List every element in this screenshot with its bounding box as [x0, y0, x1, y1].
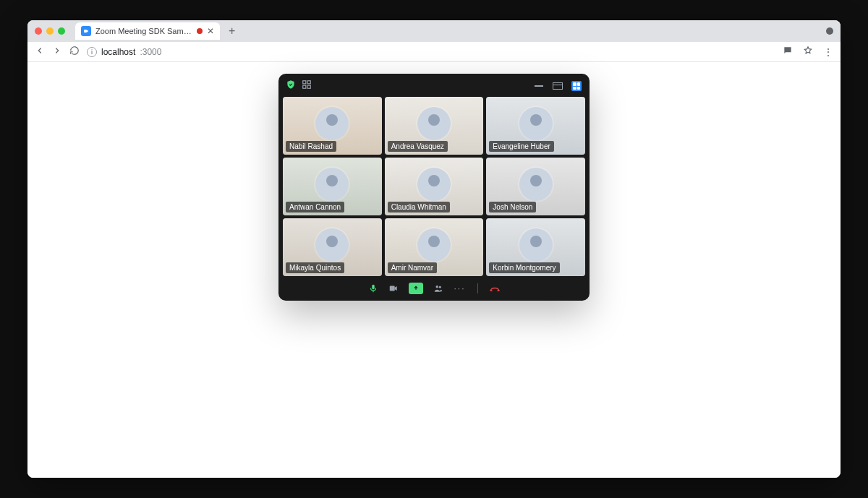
participant-tile[interactable]: Nabil Rashad [283, 97, 382, 155]
meeting-controls: ··· [283, 279, 585, 296]
svg-rect-6 [390, 286, 395, 291]
address-bar[interactable]: i localhost:3000 [87, 47, 161, 57]
participant-tile[interactable]: Josh Nelson [486, 158, 585, 215]
participant-tile-active-speaker[interactable]: Claudia Whitman [385, 158, 484, 215]
start-video-button[interactable] [388, 283, 399, 293]
participants-grid: Nabil Rashad Andrea Vasquez Evangeline H… [283, 97, 585, 276]
zoom-meeting-widget: Nabil Rashad Andrea Vasquez Evangeline H… [278, 74, 590, 301]
window-close-button[interactable] [35, 27, 42, 35]
browser-toolbar: i localhost:3000 ⋮ [27, 42, 841, 62]
svg-rect-3 [303, 85, 306, 88]
svg-rect-0 [84, 30, 87, 33]
participant-name: Andrea Vasquez [388, 141, 448, 152]
participant-tile[interactable]: Antwan Cannon [283, 158, 382, 215]
svg-rect-5 [373, 285, 375, 289]
forward-button[interactable] [52, 46, 62, 58]
url-port: :3000 [140, 47, 161, 57]
share-screen-button[interactable] [409, 283, 423, 294]
browser-tab[interactable]: Zoom Meeting SDK Sample ✕ [75, 22, 220, 40]
participant-tile[interactable]: Andrea Vasquez [385, 97, 484, 155]
audio-indicator-icon [197, 28, 203, 34]
widget-header [283, 78, 585, 94]
browser-tab-strip: Zoom Meeting SDK Sample ✕ + [27, 20, 841, 42]
leave-meeting-button[interactable] [490, 283, 500, 293]
svg-rect-1 [303, 81, 306, 84]
url-host: localhost [101, 47, 135, 57]
bookmark-star-icon[interactable] [803, 46, 813, 58]
participant-name: Claudia Whitman [388, 202, 450, 212]
browser-menu-button[interactable]: ⋮ [823, 46, 833, 58]
new-tab-button[interactable]: + [224, 25, 239, 38]
account-avatar[interactable] [826, 27, 833, 35]
svg-rect-4 [307, 85, 310, 88]
participant-name: Evangeline Huber [489, 141, 554, 152]
controls-divider [477, 283, 478, 293]
window-minimize-button[interactable] [46, 27, 54, 35]
svg-point-8 [439, 286, 441, 288]
participants-button[interactable] [433, 283, 443, 293]
participant-tile[interactable]: Korbin Montgomery [486, 218, 585, 276]
tab-close-button[interactable]: ✕ [207, 27, 214, 35]
zoom-favicon [81, 26, 91, 36]
svg-rect-2 [307, 81, 310, 84]
participant-name: Amir Namvar [388, 262, 437, 273]
site-info-icon[interactable]: i [87, 47, 97, 57]
participant-name: Mikayla Quintos [286, 262, 344, 273]
encryption-shield-icon[interactable] [286, 80, 296, 93]
participant-name: Antwan Cannon [286, 202, 344, 212]
svg-point-7 [436, 286, 439, 288]
speaker-view-button[interactable] [552, 82, 563, 90]
participant-tile[interactable]: Mikayla Quintos [283, 218, 382, 276]
participant-name: Nabil Rashad [286, 141, 336, 152]
page-content: Nabil Rashad Andrea Vasquez Evangeline H… [27, 62, 841, 478]
window-maximize-button[interactable] [58, 27, 65, 35]
browser-tab-title: Zoom Meeting SDK Sample [95, 27, 192, 35]
window-controls [35, 27, 65, 35]
mute-audio-button[interactable] [368, 283, 378, 293]
participant-tile[interactable]: Amir Namvar [385, 218, 484, 276]
widget-minimize-button[interactable] [533, 82, 545, 90]
participant-name: Korbin Montgomery [489, 262, 559, 273]
reload-button[interactable] [69, 46, 80, 58]
gallery-view-button[interactable] [571, 82, 582, 90]
more-options-button[interactable]: ··· [454, 283, 465, 293]
participant-tile[interactable]: Evangeline Huber [486, 97, 585, 155]
back-button[interactable] [35, 46, 45, 58]
browser-window: Zoom Meeting SDK Sample ✕ + i localhost:… [27, 20, 841, 478]
chat-extension-icon[interactable] [783, 46, 793, 58]
gallery-options-icon[interactable] [302, 80, 312, 93]
participant-name: Josh Nelson [489, 202, 536, 212]
